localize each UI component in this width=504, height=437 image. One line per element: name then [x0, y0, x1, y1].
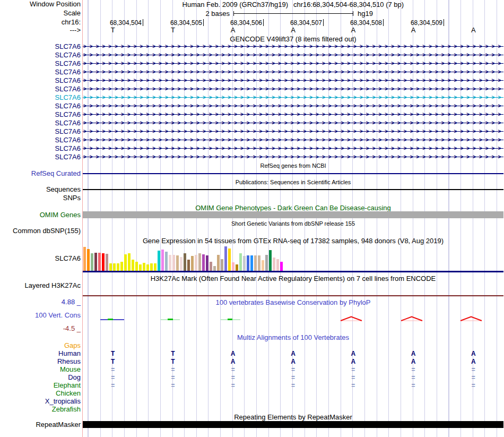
gtex-bar[interactable] — [161, 250, 164, 271]
gtex-bar[interactable] — [247, 255, 249, 271]
gtex-bar[interactable] — [280, 262, 283, 271]
gtex-bar[interactable] — [262, 260, 264, 271]
gtex-bar[interactable] — [158, 251, 160, 271]
gtex-bar[interactable] — [117, 263, 119, 271]
gtex-bar[interactable] — [150, 263, 153, 271]
gtex-bar[interactable] — [273, 258, 275, 271]
gene-row-label[interactable]: SLC7A6 — [55, 127, 81, 136]
gtex-bar[interactable] — [98, 253, 101, 271]
gtex-bar[interactable] — [243, 256, 246, 271]
gtex-bar[interactable] — [258, 255, 260, 271]
gene-row[interactable]: >>>>>>>>>>>>>>>>>>>>>>>>>>>>>>>>>>>>>>>>… — [83, 76, 503, 85]
repeatmasker-item[interactable] — [83, 421, 503, 428]
refseq-curated-label[interactable]: RefSeq Curated — [31, 169, 81, 178]
gtex-bar[interactable] — [128, 253, 131, 271]
species-label-dog[interactable]: Dog — [68, 373, 81, 381]
gtex-bar[interactable] — [239, 253, 242, 271]
gene-row[interactable]: >>>>>>>>>>>>>>>>>>>>>>>>>>>>>>>>>>>>>>>>… — [83, 51, 503, 59]
h3k27ac-label[interactable]: Layered H3K27Ac — [24, 281, 81, 290]
gtex-bar[interactable] — [250, 255, 253, 271]
species-label-zebrafish[interactable]: Zebrafish — [52, 405, 81, 413]
gene-row[interactable]: >>>>>>>>>>>>>>>>>>>>>>>>>>>>>>>>>>>>>>>>… — [83, 59, 503, 68]
gene-row-label[interactable]: SLC7A6 — [55, 136, 81, 144]
gtex-bar[interactable] — [254, 255, 257, 271]
gtex-bar[interactable] — [195, 255, 197, 271]
gene-row-label[interactable]: SLC7A6 — [55, 110, 81, 119]
gtex-bar[interactable] — [143, 263, 145, 271]
gtex-bar[interactable] — [94, 253, 97, 271]
gene-row-label[interactable]: SLC7A6 — [55, 93, 81, 102]
gtex-bar[interactable] — [228, 249, 231, 271]
gene-row[interactable]: >>>>>>>>>>>>>>>>>>>>>>>>>>>>>>>>>>>>>>>>… — [83, 102, 503, 110]
gtex-bar[interactable] — [187, 260, 190, 271]
gtex-bar[interactable] — [210, 262, 212, 271]
gene-row-label[interactable]: SLC7A6 — [55, 59, 81, 68]
gtex-bar[interactable] — [146, 264, 149, 271]
species-label-human[interactable]: Human — [58, 349, 81, 357]
gtex-bar[interactable] — [224, 246, 227, 271]
gtex-bar[interactable] — [169, 255, 171, 271]
gene-row-label[interactable]: SLC7A6 — [55, 144, 81, 153]
gtex-bar[interactable] — [198, 253, 201, 271]
species-label-chicken[interactable]: Chicken — [56, 389, 81, 397]
phylop-track-label[interactable]: 100 Vert. Cons — [35, 311, 81, 320]
gtex-bar[interactable] — [135, 262, 138, 271]
h3k27ac-signal[interactable] — [83, 295, 503, 296]
gene-row[interactable]: >>>>>>>>>>>>>>>>>>>>>>>>>>>>>>>>>>>>>>>>… — [83, 153, 503, 161]
gene-row[interactable]: >>>>>>>>>>>>>>>>>>>>>>>>>>>>>>>>>>>>>>>>… — [83, 68, 503, 76]
gtex-bar[interactable] — [265, 255, 268, 271]
gene-row-label[interactable]: SLC7A6 — [55, 102, 81, 110]
gtex-bar[interactable] — [206, 255, 208, 271]
gene-row[interactable]: >>>>>>>>>>>>>>>>>>>>>>>>>>>>>>>>>>>>>>>>… — [83, 136, 503, 144]
gene-row-label[interactable]: SLC7A6 — [55, 85, 81, 93]
gene-row[interactable]: >>>>>>>>>>>>>>>>>>>>>>>>>>>>>>>>>>>>>>>>… — [83, 119, 503, 127]
gene-row-label[interactable]: SLC7A6 — [55, 68, 81, 76]
gtex-bar[interactable] — [83, 247, 86, 271]
gtex-bar[interactable] — [176, 255, 179, 271]
gene-row-label[interactable]: SLC7A6 — [55, 76, 81, 85]
gtex-bar[interactable] — [113, 263, 116, 271]
gtex-gene-label[interactable]: SLC7A6 — [55, 254, 81, 263]
gtex-bar[interactable] — [120, 262, 123, 271]
gtex-bar[interactable] — [180, 257, 183, 271]
gene-row[interactable]: >>>>>>>>>>>>>>>>>>>>>>>>>>>>>>>>>>>>>>>>… — [83, 42, 503, 51]
gtex-bar[interactable] — [165, 252, 168, 271]
gene-row[interactable]: >>>>>>>>>>>>>>>>>>>>>>>>>>>>>>>>>>>>>>>>… — [83, 85, 503, 93]
species-label-rhesus[interactable]: Rhesus — [57, 357, 81, 365]
gtex-bar[interactable] — [154, 263, 157, 271]
gtex-bar[interactable] — [217, 255, 220, 271]
species-label-elephant[interactable]: Elephant — [54, 381, 81, 389]
omim-gene-item[interactable] — [83, 211, 503, 218]
gene-row[interactable]: >>>>>>>>>>>>>>>>>>>>>>>>>>>>>>>>>>>>>>>>… — [83, 144, 503, 153]
gtex-bar[interactable] — [124, 254, 127, 271]
gene-row-label[interactable]: SLC7A6 — [55, 51, 81, 59]
gene-row-label[interactable]: SLC7A6 — [55, 42, 81, 51]
species-label-mouse[interactable]: Mouse — [60, 365, 81, 373]
gtex-bar[interactable] — [213, 266, 216, 271]
refseq-gene-item[interactable] — [83, 173, 503, 174]
gene-row-label[interactable]: SLC7A6 — [55, 153, 81, 161]
gtex-bar[interactable] — [102, 253, 105, 271]
gtex-bar[interactable] — [106, 254, 108, 271]
gtex-bar[interactable] — [87, 249, 90, 271]
gtex-bar[interactable] — [232, 262, 234, 271]
gtex-bar[interactable] — [276, 259, 279, 271]
dbsnp-label[interactable]: Common dbSNP(155) — [13, 227, 81, 235]
gene-row[interactable]: >>>>>>>>>>>>>>>>>>>>>>>>>>>>>>>>>>>>>>>>… — [83, 93, 503, 102]
gene-row[interactable]: >>>>>>>>>>>>>>>>>>>>>>>>>>>>>>>>>>>>>>>>… — [83, 127, 503, 136]
gtex-bar[interactable] — [139, 264, 142, 271]
snps-label[interactable]: SNPs — [63, 194, 81, 202]
omim-genes-label[interactable]: OMIM Genes — [40, 211, 81, 219]
gtex-bar[interactable] — [184, 253, 186, 271]
species-label-x_tropicalis[interactable]: X_tropicalis — [45, 397, 81, 405]
gtex-bar[interactable] — [172, 255, 175, 271]
gtex-bar[interactable] — [91, 253, 93, 271]
gtex-bar[interactable] — [236, 264, 238, 271]
gtex-bar[interactable] — [221, 259, 223, 271]
gene-row-label[interactable]: SLC7A6 — [55, 119, 81, 127]
sequences-label[interactable]: Sequences — [46, 185, 81, 194]
gtex-bar[interactable] — [132, 260, 134, 271]
gtex-bar[interactable] — [269, 250, 272, 271]
repeatmasker-label[interactable]: RepeatMasker — [36, 421, 81, 429]
gtex-bar[interactable] — [191, 256, 194, 271]
